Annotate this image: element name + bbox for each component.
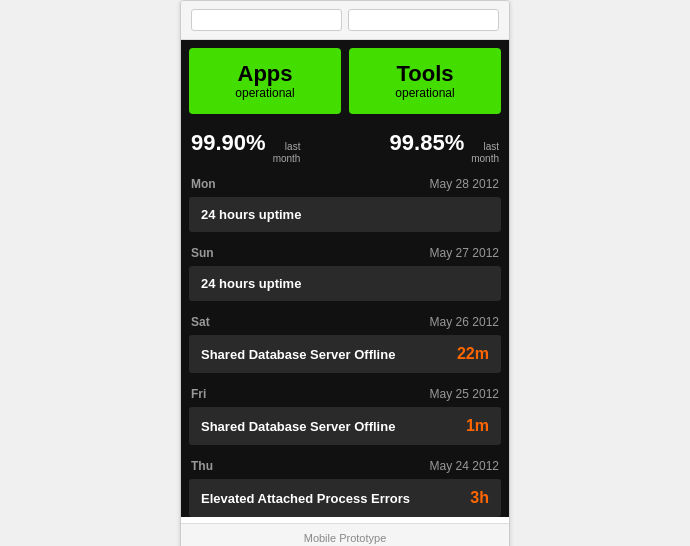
day-date-4: May 24 2012 [430, 459, 499, 473]
day-header-0: MonMay 28 2012 [181, 169, 509, 195]
uptime-tools-label: lastmonth [471, 141, 499, 165]
days-container: MonMay 28 201224 hours uptimeSunMay 27 2… [181, 169, 509, 517]
incident-text-2-0: Shared Database Server Offline [201, 347, 447, 362]
day-header-4: ThuMay 24 2012 [181, 451, 509, 477]
incident-row-3-0: Shared Database Server Offline1m [189, 407, 501, 445]
incident-text-3-0: Shared Database Server Offline [201, 419, 456, 434]
day-group-4: ThuMay 24 2012Elevated Attached Process … [181, 451, 509, 517]
day-header-2: SatMay 26 2012 [181, 307, 509, 333]
uptime-tools: 99.85% lastmonth [345, 130, 499, 165]
incident-row-1-0: 24 hours uptime [189, 266, 501, 301]
day-name-0: Mon [191, 177, 216, 191]
status-tiles: Apps operational Tools operational [181, 40, 509, 122]
day-group-1: SunMay 27 201224 hours uptime [181, 238, 509, 301]
footer-label: Mobile Prototype [181, 523, 509, 546]
incident-text-1-0: 24 hours uptime [201, 276, 489, 291]
uptime-tools-percent: 99.85% [390, 130, 465, 156]
tools-tile: Tools operational [349, 48, 501, 114]
day-date-2: May 26 2012 [430, 315, 499, 329]
uptime-apps-label: lastmonth [273, 141, 301, 165]
day-header-1: SunMay 27 2012 [181, 238, 509, 264]
top-bar [181, 1, 509, 40]
incident-duration-3-0: 1m [466, 417, 489, 435]
day-name-4: Thu [191, 459, 213, 473]
incident-text-4-0: Elevated Attached Process Errors [201, 491, 460, 506]
apps-tile-subtitle: operational [199, 86, 331, 100]
day-group-0: MonMay 28 201224 hours uptime [181, 169, 509, 232]
day-header-3: FriMay 25 2012 [181, 379, 509, 405]
apps-tile-title: Apps [199, 62, 331, 86]
day-group-3: FriMay 25 2012Shared Database Server Off… [181, 379, 509, 445]
day-name-3: Fri [191, 387, 206, 401]
incident-duration-2-0: 22m [457, 345, 489, 363]
uptime-numbers: 99.90% lastmonth 99.85% lastmonth [181, 122, 509, 169]
main-content: Apps operational Tools operational 99.90… [181, 40, 509, 517]
top-bar-input-2[interactable] [348, 9, 499, 31]
day-name-1: Sun [191, 246, 214, 260]
top-bar-input-1[interactable] [191, 9, 342, 31]
incident-row-2-0: Shared Database Server Offline22m [189, 335, 501, 373]
tools-tile-subtitle: operational [359, 86, 491, 100]
apps-tile: Apps operational [189, 48, 341, 114]
incident-row-4-0: Elevated Attached Process Errors3h [189, 479, 501, 517]
day-name-2: Sat [191, 315, 210, 329]
tools-tile-title: Tools [359, 62, 491, 86]
day-date-0: May 28 2012 [430, 177, 499, 191]
incident-row-0-0: 24 hours uptime [189, 197, 501, 232]
incident-text-0-0: 24 hours uptime [201, 207, 489, 222]
incident-duration-4-0: 3h [470, 489, 489, 507]
phone-container: Apps operational Tools operational 99.90… [180, 0, 510, 546]
day-date-3: May 25 2012 [430, 387, 499, 401]
uptime-apps: 99.90% lastmonth [191, 130, 345, 165]
day-group-2: SatMay 26 2012Shared Database Server Off… [181, 307, 509, 373]
day-date-1: May 27 2012 [430, 246, 499, 260]
uptime-apps-percent: 99.90% [191, 130, 266, 156]
